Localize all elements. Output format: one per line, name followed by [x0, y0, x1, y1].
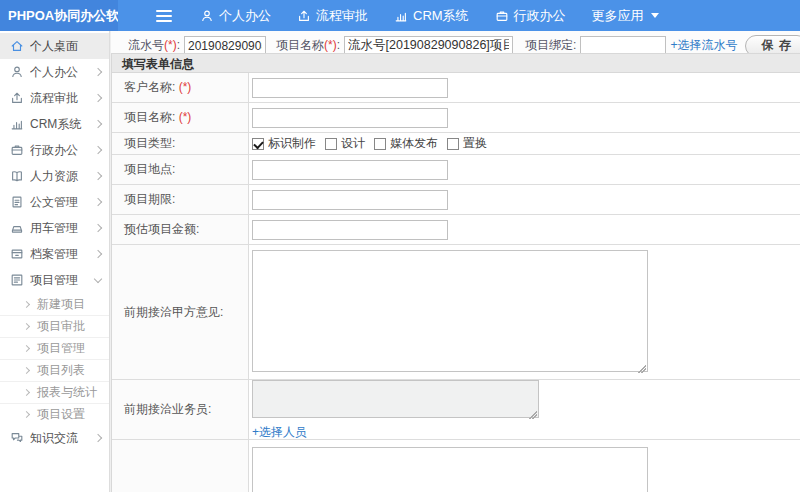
sidebar-item-knowledge-exchange[interactable]: 知识交流: [0, 425, 109, 451]
chevron-right-icon: [94, 146, 102, 154]
estimated-amount-input[interactable]: [252, 220, 448, 240]
field-area-estimated-amount: [249, 215, 800, 244]
sidebar: 个人桌面个人办公流程审批CRM系统行政办公人力资源公文管理用车管理档案管理项目管…: [0, 31, 110, 492]
briefcase-icon: [495, 9, 509, 23]
project-icon: [10, 273, 24, 287]
checkbox-box-icon[interactable]: [447, 138, 459, 150]
field-label-project-type: 项目类型:: [112, 133, 249, 154]
chevron-right-icon: [94, 120, 102, 128]
field-label-salesperson: 前期接洽业务员:: [112, 380, 249, 439]
serial-label: 流水号(*):: [128, 37, 180, 54]
form-row-extra: [112, 440, 800, 492]
field-label-client-opinion: 前期接洽甲方意见:: [112, 245, 249, 379]
chevron-right-icon: [23, 345, 30, 352]
field-area-client-opinion: [249, 245, 800, 379]
salesperson-textarea: [252, 380, 539, 418]
checkbox-1[interactable]: 设计: [325, 135, 365, 152]
customer-name-input[interactable]: [252, 78, 448, 98]
form-row-project-location: 项目地点:: [112, 155, 800, 185]
project-type-options: 标识制作设计媒体发布置换: [252, 135, 496, 152]
sidebar-subitem-report-statistics[interactable]: 报表与统计: [0, 381, 109, 403]
project-duration-input[interactable]: [252, 190, 448, 210]
checkbox-box-icon[interactable]: [252, 138, 264, 150]
sidebar-item-archive-management[interactable]: 档案管理: [0, 241, 109, 267]
sidebar-subitem-project-settings[interactable]: 项目设置: [0, 403, 109, 425]
form-row-project-type: 项目类型: 标识制作设计媒体发布置换: [112, 133, 800, 155]
checkbox-2[interactable]: 媒体发布: [374, 135, 438, 152]
checkbox-box-icon[interactable]: [374, 138, 386, 150]
field-area-project-type: 标识制作设计媒体发布置换: [249, 133, 800, 154]
field-area-customer-name: [249, 73, 800, 102]
top-nav: 个人办公流程审批CRM系统行政办公更多应用: [200, 7, 685, 25]
checkbox-3[interactable]: 置换: [447, 135, 487, 152]
field-area-salesperson: +选择人员: [249, 380, 800, 439]
form-row-salesperson: 前期接洽业务员: +选择人员: [112, 380, 800, 440]
sidebar-item-document-management[interactable]: 公文管理: [0, 189, 109, 215]
flow-icon: [10, 91, 24, 105]
chevron-right-icon: [23, 389, 30, 396]
top-header: PHPOA协同办公软件 个人办公流程审批CRM系统行政办公更多应用: [0, 0, 800, 31]
form-row-customer-name: 客户名称: (*): [112, 73, 800, 103]
chevron-right-icon: [23, 411, 30, 418]
chevron-right-icon: [94, 198, 102, 206]
sidebar-submenu-project: 新建项目项目审批项目管理项目列表报表与统计项目设置: [0, 293, 109, 425]
project-location-input[interactable]: [252, 160, 448, 180]
sidebar-subitem-project-manage[interactable]: 项目管理: [0, 337, 109, 359]
topnav-item-admin-office[interactable]: 行政办公: [495, 7, 566, 25]
field-label-customer-name: 客户名称: (*): [112, 73, 249, 102]
caret-down-icon: [651, 13, 659, 18]
project-name-input[interactable]: [252, 108, 448, 128]
chat-icon: [10, 431, 24, 445]
field-area-project-name: [249, 103, 800, 132]
topnav-item-workflow-approval[interactable]: 流程审批: [297, 7, 368, 25]
chevron-right-icon: [94, 434, 102, 442]
sidebar-item-project-management[interactable]: 项目管理: [0, 267, 109, 293]
sidebar-item-crm-system[interactable]: CRM系统: [0, 111, 109, 137]
form-row-client-opinion: 前期接洽甲方意见:: [112, 245, 800, 380]
chevron-down-icon: [94, 274, 102, 282]
chevron-right-icon: [23, 367, 30, 374]
doc-icon: [10, 195, 24, 209]
form-section-title: 填写表单信息: [112, 53, 800, 73]
form-row-project-duration: 项目期限:: [112, 185, 800, 215]
field-area-project-location: [249, 155, 800, 184]
extra-textarea[interactable]: [252, 447, 648, 492]
sidebar-subitem-project-approval[interactable]: 项目审批: [0, 315, 109, 337]
chevron-right-icon: [94, 94, 102, 102]
menu-toggle-icon[interactable]: [156, 10, 172, 22]
topnav-item-crm-system[interactable]: CRM系统: [394, 7, 469, 25]
sidebar-item-workflow-approval[interactable]: 流程审批: [0, 85, 109, 111]
field-label-project-location: 项目地点:: [112, 155, 249, 184]
sidebar-subitem-project-list[interactable]: 项目列表: [0, 359, 109, 381]
person-icon: [200, 9, 214, 23]
client-opinion-textarea[interactable]: [252, 250, 648, 372]
chevron-right-icon: [94, 68, 102, 76]
field-area-project-duration: [249, 185, 800, 214]
sidebar-item-human-resources[interactable]: 人力资源: [0, 163, 109, 189]
checkbox-0[interactable]: 标识制作: [252, 135, 316, 152]
field-label-project-duration: 项目期限:: [112, 185, 249, 214]
sidebar-subitem-new-project[interactable]: 新建项目: [0, 293, 109, 315]
app-logo: PHPOA协同办公软件: [0, 0, 118, 31]
sidebar-item-vehicle-management[interactable]: 用车管理: [0, 215, 109, 241]
field-area-extra: [249, 440, 800, 492]
car-icon: [10, 221, 24, 235]
form-panel: 填写表单信息 客户名称: (*)项目名称: (*)项目类型: 标识制作设计媒体发…: [111, 53, 800, 492]
chevron-right-icon: [94, 250, 102, 258]
archive-icon: [10, 247, 24, 261]
book-icon: [10, 169, 24, 183]
topnav-item-personal-office[interactable]: 个人办公: [200, 7, 271, 25]
briefcase-icon: [10, 143, 24, 157]
sidebar-item-personal-desktop[interactable]: 个人桌面: [0, 33, 109, 59]
select-serial-link[interactable]: +选择流水号: [670, 37, 737, 54]
form-row-estimated-amount: 预估项目金额:: [112, 215, 800, 245]
chevron-right-icon: [94, 224, 102, 232]
person-icon: [10, 65, 24, 79]
sidebar-item-admin-office[interactable]: 行政办公: [0, 137, 109, 163]
project-bind-label: 项目绑定:: [525, 37, 576, 54]
chevron-right-icon: [23, 300, 30, 307]
project-name-label: 项目名称(*):: [276, 37, 340, 54]
checkbox-box-icon[interactable]: [325, 138, 337, 150]
sidebar-item-personal-office[interactable]: 个人办公: [0, 59, 109, 85]
topnav-item-more-apps[interactable]: 更多应用: [592, 7, 659, 25]
